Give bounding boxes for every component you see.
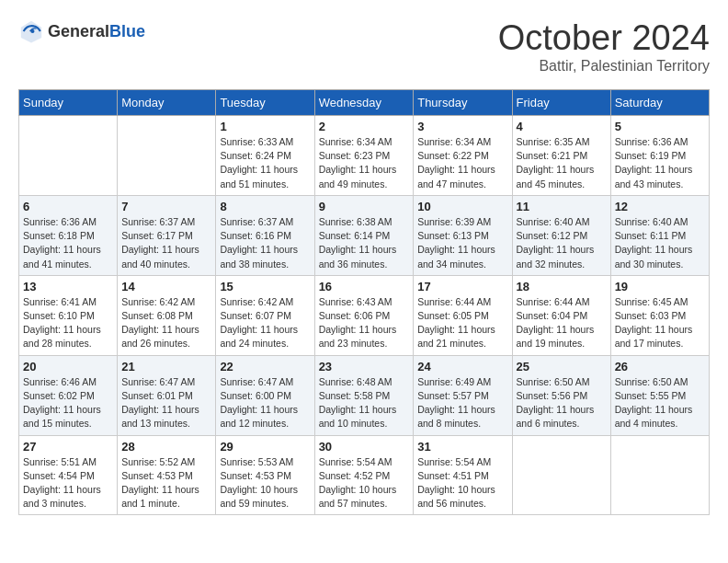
calendar-body: 1Sunrise: 6:33 AM Sunset: 6:24 PM Daylig… (19, 116, 710, 515)
day-info: Sunrise: 5:54 AM Sunset: 4:51 PM Dayligh… (417, 455, 507, 511)
calendar-day: 25Sunrise: 6:50 AM Sunset: 5:56 PM Dayli… (512, 355, 610, 435)
day-info: Sunrise: 6:39 AM Sunset: 6:13 PM Dayligh… (417, 215, 507, 271)
logo-text: General Blue (48, 22, 145, 41)
day-number: 15 (220, 280, 310, 293)
header-day: Thursday (414, 90, 512, 116)
day-info: Sunrise: 6:40 AM Sunset: 6:11 PM Dayligh… (615, 215, 705, 271)
day-number: 6 (23, 200, 113, 213)
calendar-day: 27Sunrise: 5:51 AM Sunset: 4:54 PM Dayli… (19, 435, 118, 515)
day-number: 19 (615, 280, 705, 293)
day-number: 22 (220, 360, 310, 373)
day-number: 8 (220, 200, 310, 213)
day-info: Sunrise: 5:54 AM Sunset: 4:52 PM Dayligh… (319, 455, 410, 511)
day-number: 23 (319, 360, 410, 373)
day-info: Sunrise: 6:42 AM Sunset: 6:07 PM Dayligh… (220, 295, 310, 351)
header-day: Monday (118, 90, 216, 116)
day-info: Sunrise: 6:37 AM Sunset: 6:16 PM Dayligh… (220, 215, 310, 271)
calendar-day: 4Sunrise: 6:35 AM Sunset: 6:21 PM Daylig… (512, 116, 610, 196)
logo-general: General (48, 22, 109, 41)
day-info: Sunrise: 6:36 AM Sunset: 6:18 PM Dayligh… (23, 215, 113, 271)
day-info: Sunrise: 6:42 AM Sunset: 6:08 PM Dayligh… (121, 295, 211, 351)
calendar-week: 13Sunrise: 6:41 AM Sunset: 6:10 PM Dayli… (19, 275, 710, 355)
day-number: 27 (23, 440, 113, 454)
svg-point-1 (30, 29, 34, 33)
calendar-day: 26Sunrise: 6:50 AM Sunset: 5:55 PM Dayli… (610, 355, 709, 435)
location-title: Battir, Palestinian Territory (498, 58, 710, 75)
calendar-week: 27Sunrise: 5:51 AM Sunset: 4:54 PM Dayli… (19, 435, 710, 515)
day-info: Sunrise: 5:53 AM Sunset: 4:53 PM Dayligh… (220, 455, 310, 511)
day-number: 10 (417, 200, 507, 213)
calendar-day (512, 435, 610, 515)
calendar-day: 18Sunrise: 6:44 AM Sunset: 6:04 PM Dayli… (512, 275, 610, 355)
day-info: Sunrise: 6:36 AM Sunset: 6:19 PM Dayligh… (615, 135, 705, 191)
calendar-day: 28Sunrise: 5:52 AM Sunset: 4:53 PM Dayli… (118, 435, 216, 515)
day-info: Sunrise: 6:50 AM Sunset: 5:55 PM Dayligh… (615, 375, 705, 431)
header-day: Sunday (19, 90, 118, 116)
logo-icon (18, 18, 44, 44)
day-number: 16 (319, 280, 410, 293)
day-number: 28 (121, 440, 211, 454)
calendar-day: 1Sunrise: 6:33 AM Sunset: 6:24 PM Daylig… (216, 116, 314, 196)
day-info: Sunrise: 6:38 AM Sunset: 6:14 PM Dayligh… (319, 215, 410, 271)
calendar-header: SundayMondayTuesdayWednesdayThursdayFrid… (19, 90, 710, 116)
day-info: Sunrise: 6:50 AM Sunset: 5:56 PM Dayligh… (517, 375, 607, 431)
day-number: 17 (417, 280, 507, 293)
day-number: 18 (517, 280, 607, 293)
calendar-day: 8Sunrise: 6:37 AM Sunset: 6:16 PM Daylig… (216, 195, 314, 275)
calendar-day (19, 116, 118, 196)
day-number: 29 (220, 440, 310, 454)
day-number: 7 (121, 200, 211, 213)
calendar-day: 21Sunrise: 6:47 AM Sunset: 6:01 PM Dayli… (118, 355, 216, 435)
day-info: Sunrise: 6:43 AM Sunset: 6:06 PM Dayligh… (319, 295, 410, 351)
calendar-day: 2Sunrise: 6:34 AM Sunset: 6:23 PM Daylig… (314, 116, 414, 196)
logo-blue: Blue (109, 22, 145, 41)
day-info: Sunrise: 6:37 AM Sunset: 6:17 PM Dayligh… (121, 215, 211, 271)
day-number: 12 (615, 200, 705, 213)
day-number: 21 (121, 360, 211, 373)
calendar-day: 19Sunrise: 6:45 AM Sunset: 6:03 PM Dayli… (610, 275, 709, 355)
calendar-day: 22Sunrise: 6:47 AM Sunset: 6:00 PM Dayli… (216, 355, 314, 435)
day-number: 4 (517, 120, 607, 133)
day-info: Sunrise: 6:40 AM Sunset: 6:12 PM Dayligh… (517, 215, 607, 271)
calendar-day: 15Sunrise: 6:42 AM Sunset: 6:07 PM Dayli… (216, 275, 314, 355)
day-number: 25 (517, 360, 607, 373)
header-day: Friday (512, 90, 610, 116)
day-number: 1 (220, 120, 310, 133)
header-day: Wednesday (314, 90, 414, 116)
day-number: 20 (23, 360, 113, 373)
day-info: Sunrise: 6:41 AM Sunset: 6:10 PM Dayligh… (23, 295, 113, 351)
day-number: 3 (417, 120, 507, 133)
calendar-day (610, 435, 709, 515)
day-info: Sunrise: 6:34 AM Sunset: 6:23 PM Dayligh… (319, 135, 410, 191)
day-info: Sunrise: 5:51 AM Sunset: 4:54 PM Dayligh… (23, 455, 113, 511)
calendar-week: 6Sunrise: 6:36 AM Sunset: 6:18 PM Daylig… (19, 195, 710, 275)
day-info: Sunrise: 5:52 AM Sunset: 4:53 PM Dayligh… (121, 455, 211, 511)
day-info: Sunrise: 6:48 AM Sunset: 5:58 PM Dayligh… (319, 375, 410, 431)
day-info: Sunrise: 6:45 AM Sunset: 6:03 PM Dayligh… (615, 295, 705, 351)
calendar-week: 20Sunrise: 6:46 AM Sunset: 6:02 PM Dayli… (19, 355, 710, 435)
day-info: Sunrise: 6:33 AM Sunset: 6:24 PM Dayligh… (220, 135, 310, 191)
calendar-day: 7Sunrise: 6:37 AM Sunset: 6:17 PM Daylig… (118, 195, 216, 275)
day-info: Sunrise: 6:47 AM Sunset: 6:01 PM Dayligh… (121, 375, 211, 431)
day-number: 30 (319, 440, 410, 454)
header-day: Tuesday (216, 90, 314, 116)
calendar-day: 16Sunrise: 6:43 AM Sunset: 6:06 PM Dayli… (314, 275, 414, 355)
calendar-day: 31Sunrise: 5:54 AM Sunset: 4:51 PM Dayli… (414, 435, 512, 515)
logo: General Blue (18, 18, 145, 44)
day-info: Sunrise: 6:44 AM Sunset: 6:05 PM Dayligh… (417, 295, 507, 351)
calendar-day: 12Sunrise: 6:40 AM Sunset: 6:11 PM Dayli… (610, 195, 709, 275)
day-number: 26 (615, 360, 705, 373)
day-number: 2 (319, 120, 410, 133)
calendar-day: 29Sunrise: 5:53 AM Sunset: 4:53 PM Dayli… (216, 435, 314, 515)
page-header: General Blue October 2024 Battir, Palest… (18, 18, 710, 75)
calendar-day: 20Sunrise: 6:46 AM Sunset: 6:02 PM Dayli… (19, 355, 118, 435)
calendar-table: SundayMondayTuesdayWednesdayThursdayFrid… (18, 89, 710, 515)
calendar-day: 24Sunrise: 6:49 AM Sunset: 5:57 PM Dayli… (414, 355, 512, 435)
header-day: Saturday (610, 90, 709, 116)
title-block: October 2024 Battir, Palestinian Territo… (498, 18, 710, 75)
day-number: 14 (121, 280, 211, 293)
calendar-day: 11Sunrise: 6:40 AM Sunset: 6:12 PM Dayli… (512, 195, 610, 275)
day-info: Sunrise: 6:35 AM Sunset: 6:21 PM Dayligh… (517, 135, 607, 191)
day-info: Sunrise: 6:44 AM Sunset: 6:04 PM Dayligh… (517, 295, 607, 351)
day-info: Sunrise: 6:34 AM Sunset: 6:22 PM Dayligh… (417, 135, 507, 191)
